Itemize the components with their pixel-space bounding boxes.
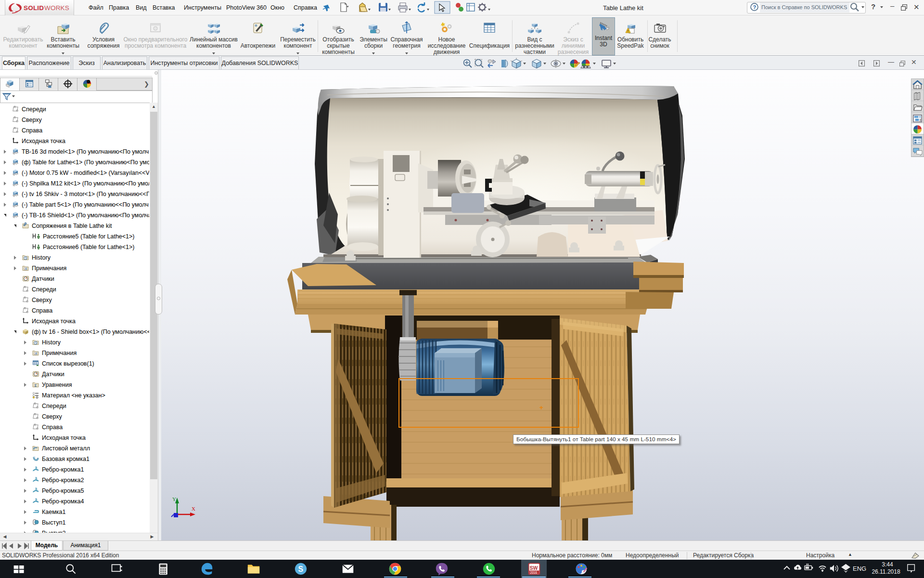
svg-text:A: A [35,352,38,355]
svg-text:Y: Y [172,496,176,502]
svg-text:WORKS: WORKS [44,4,69,12]
svg-text:?: ? [753,4,757,10]
svg-text:S: S [298,565,303,573]
svg-text:A: A [25,267,27,270]
svg-text:X: X [192,506,195,512]
svg-text:Σ: Σ [35,383,37,388]
svg-text:SW: SW [529,565,538,571]
svg-text:2016: 2016 [530,571,537,574]
svg-text:SOLID: SOLID [24,4,44,12]
